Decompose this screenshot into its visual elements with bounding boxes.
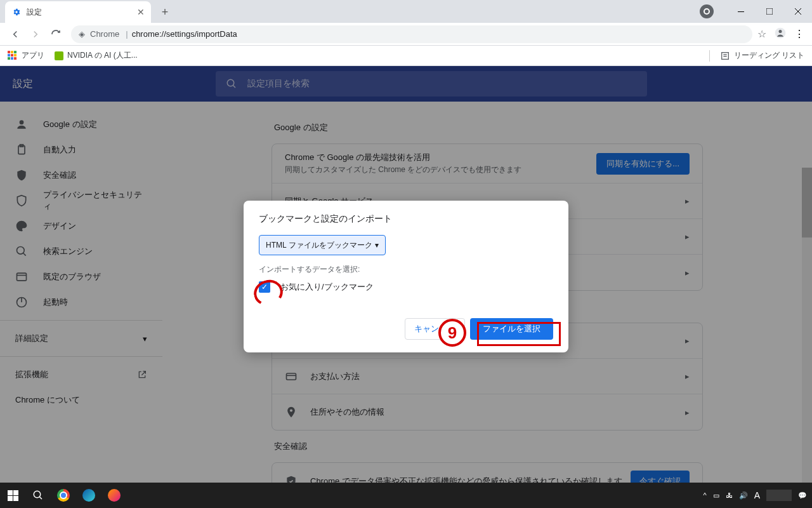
notifications-icon[interactable]: 💬 (798, 491, 807, 500)
settings-icon (11, 7, 22, 17)
browser-tab-strip: 設定 ✕ + (0, 0, 812, 23)
bookmark-star-icon[interactable]: ☆ (757, 28, 766, 40)
svg-line-27 (39, 497, 42, 499)
import-dialog: ブックマークと設定のインポート HTML ファイルをブックマーク ▾ インポート… (244, 201, 568, 352)
tray-rect[interactable] (766, 490, 792, 501)
dialog-title: ブックマークと設定のインポート (259, 213, 553, 225)
import-source-select[interactable]: HTML ファイルをブックマーク ▾ (259, 235, 386, 255)
omnibox-scheme: Chrome (90, 29, 119, 39)
taskbar-edge[interactable] (76, 483, 102, 508)
svg-point-5 (779, 30, 782, 33)
windows-taskbar: ^ ▭ 🖧 🔊 A 💬 (0, 483, 812, 508)
network-icon[interactable]: 🖧 (726, 491, 733, 499)
svg-rect-1 (766, 8, 773, 15)
kebab-menu-icon[interactable]: ⋮ (794, 28, 804, 40)
dropdown-arrow-icon: ▾ (375, 241, 379, 250)
edge-icon (82, 489, 95, 502)
svg-point-26 (34, 491, 41, 498)
profile-avatar-icon[interactable] (700, 4, 714, 18)
minimize-button[interactable] (726, 2, 755, 21)
windows-logo-icon (8, 490, 18, 501)
reload-button[interactable] (46, 24, 66, 44)
maximize-button[interactable] (755, 2, 783, 21)
tray-chevron-icon[interactable]: ^ (703, 491, 706, 499)
checkbox-checked-icon[interactable]: ✓ (259, 281, 270, 293)
window-controls (700, 0, 812, 23)
firefox-icon (108, 489, 121, 502)
apps-grid-icon (8, 51, 18, 61)
tab-close-icon[interactable]: ✕ (137, 7, 145, 17)
address-bar: ◈ Chrome | chrome://settings/importData … (0, 23, 812, 46)
chrome-icon (57, 489, 70, 502)
reading-list-icon (720, 51, 730, 61)
reading-list-button[interactable]: リーディング リスト (709, 50, 804, 62)
start-button[interactable] (0, 483, 25, 508)
profile-button[interactable] (774, 27, 787, 42)
bookmarks-bar: アプリ NVIDIA の AI (人工... リーディング リスト (0, 46, 812, 66)
back-button[interactable] (5, 24, 25, 44)
browser-tab[interactable]: 設定 ✕ (5, 1, 151, 23)
volume-icon[interactable]: 🔊 (739, 491, 748, 500)
tab-title: 設定 (27, 7, 137, 18)
system-tray[interactable]: ^ ▭ 🖧 🔊 A 💬 (703, 483, 812, 508)
search-button[interactable] (25, 483, 51, 508)
omnibox[interactable]: ◈ Chrome | chrome://settings/importData (71, 25, 752, 43)
apps-shortcut[interactable]: アプリ (8, 50, 44, 61)
close-window-button[interactable] (783, 2, 812, 21)
site-info-icon: ◈ (79, 29, 85, 39)
nvidia-icon (55, 51, 63, 60)
favorites-checkbox-row[interactable]: ✓ お気に入り/ブックマーク (259, 281, 553, 293)
annotation-number: 9 (438, 319, 466, 347)
new-tab-button[interactable]: + (156, 3, 174, 21)
dialog-subtitle: インポートするデータを選択: (259, 264, 553, 275)
taskbar-firefox[interactable] (102, 483, 127, 508)
search-icon (32, 490, 44, 501)
taskbar-chrome[interactable] (51, 483, 76, 508)
forward-button[interactable] (25, 24, 46, 44)
omnibox-url: chrome://settings/importData (132, 29, 237, 39)
battery-icon[interactable]: ▭ (713, 491, 719, 500)
choose-file-button[interactable]: ファイルを選択 (470, 318, 553, 340)
ime-indicator[interactable]: A (754, 490, 760, 500)
svg-rect-0 (738, 11, 744, 12)
bookmark-nvidia[interactable]: NVIDIA の AI (人工... (55, 50, 138, 61)
